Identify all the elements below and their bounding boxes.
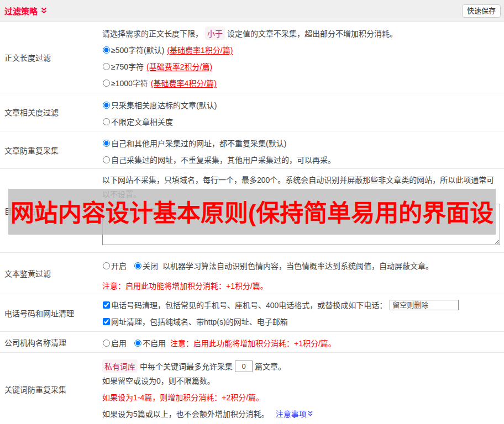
fee-note: (基础费率2积分/篇) xyxy=(146,61,212,72)
row-label-target-site: 目标网站过滤 xyxy=(0,169,102,252)
row-dedup-collect: 文章防重复采集 自己和其他用户采集过的网址，都不重复采集(默认) 自己采集过的网… xyxy=(0,131,504,169)
keyword-note-five: 如果设为5篇或以上，也不会额外增加积分消耗。 xyxy=(102,408,269,419)
radio-company-off-input[interactable] xyxy=(134,340,141,347)
checkbox-label: 电话号码清理，包括常见的手机号、座机号、400电话格式，或替换成如下电话： xyxy=(111,299,387,310)
radio-length-1000-input[interactable] xyxy=(103,80,110,87)
checkbox-phone-cleanup-input[interactable] xyxy=(103,301,110,309)
row-keyword-dedup: 关键词防重复采集 私有词库 中每个关键词最多允许采集 篇文章。 如果留空或设为0… xyxy=(0,353,504,424)
row-body-length-filter: 正文长度过滤 请选择需求的正文长度下限， 小于 设定值的文章不采集，超出部分不增… xyxy=(0,22,504,93)
blocked-domains-textarea[interactable] xyxy=(102,204,500,245)
porn-cost-note: 注意：启用此功能将增加积分消耗：+1积分/篇。 xyxy=(102,280,268,291)
radio-length-750[interactable]: ≥750字符 xyxy=(102,61,144,72)
checkbox-label: 网址清理，包括纯域名、带http(s)的网址、电子邮箱 xyxy=(111,316,288,327)
radio-label: ≥1000字符 xyxy=(111,77,148,88)
radio-company-on-input[interactable] xyxy=(103,340,110,347)
double-chevron-down-icon xyxy=(307,410,313,417)
radio-relevance-strict[interactable]: 只采集相关度达标的文章(默认) xyxy=(102,99,217,110)
notice-link[interactable]: 注意事项 xyxy=(276,408,313,419)
checkbox-url-cleanup-input[interactable] xyxy=(103,318,110,325)
keyword-limit-text: 中每个关键词最多允许采集 xyxy=(140,361,233,372)
keyword-limit-input[interactable] xyxy=(235,361,253,372)
radio-dedup-self-only[interactable]: 自己采集过的网址，不重复采集，其他用户采集过的，可以再采。 xyxy=(102,154,335,165)
radio-relevance-any[interactable]: 不限定文章相关度 xyxy=(102,116,173,127)
row-relevance-filter: 文章相关度过滤 只采集相关度达标的文章(默认) 不限定文章相关度 xyxy=(0,93,504,131)
description-text: 设定值的文章不采集，超出部分不增加积分消耗。 xyxy=(227,28,397,39)
radio-label: 开启 xyxy=(111,260,127,271)
private-lexicon-badge: 私有词库 xyxy=(102,359,138,373)
row-porn-filter: 文本鉴黄过滤 开启 关闭 以机器学习算法自动识别色情内容，当色情概率达到系统阈值… xyxy=(0,253,504,294)
notice-link-label: 注意事项 xyxy=(276,408,307,419)
radio-label: 只采集相关度达标的文章(默认) xyxy=(111,99,217,110)
radio-label: 关闭 xyxy=(143,260,158,271)
radio-porn-on[interactable]: 开启 xyxy=(102,260,127,271)
radio-porn-off[interactable]: 关闭 xyxy=(134,260,158,271)
keyword-limit-unit: 篇文章。 xyxy=(255,361,286,372)
company-cost-note: 注意：启用此功能将增加积分消耗：+1积分/篇。 xyxy=(170,337,336,348)
fee-note: (基础费率4积分/篇) xyxy=(151,77,217,88)
row-label-dedup: 文章防重复采集 xyxy=(0,131,102,168)
row-label-company: 公司机构名称清理 xyxy=(0,332,102,352)
keyword-note-cost: 如果设为1-4篇，则增加积分消耗：+2积分/篇。 xyxy=(102,391,264,402)
row-label-phone-url: 电话号码和网址清理 xyxy=(0,294,102,331)
page-title: 过滤策略 xyxy=(4,5,38,17)
radio-label: 自己采集过的网址，不重复采集，其他用户采集过的，可以再采。 xyxy=(111,154,335,165)
radio-length-500[interactable]: ≥500字符(默认) xyxy=(102,44,164,55)
double-chevron-down-icon[interactable] xyxy=(40,7,48,14)
less-than-badge: 小于 xyxy=(205,26,225,40)
quick-save-button[interactable]: 快速保存 xyxy=(462,4,501,18)
topbar: 过滤策略 快速保存 xyxy=(0,0,504,22)
radio-label: ≥500字符(默认) xyxy=(111,44,164,55)
checkbox-phone-cleanup[interactable]: 电话号码清理，包括常见的手机号、座机号、400电话格式，或替换成如下电话： xyxy=(102,299,387,310)
radio-length-1000[interactable]: ≥1000字符 xyxy=(102,77,148,88)
radio-porn-on-input[interactable] xyxy=(103,262,110,269)
keyword-note-zero: 如果留空或设为0，则不限篇数。 xyxy=(102,375,215,386)
replacement-phone-input[interactable] xyxy=(390,300,459,310)
radio-label: 自己和其他用户采集过的网址，都不重复采集(默认) xyxy=(111,137,286,149)
radio-porn-off-input[interactable] xyxy=(134,262,141,269)
radio-label: 不限定文章相关度 xyxy=(111,116,173,127)
radio-dedup-all-users-input[interactable] xyxy=(103,140,110,147)
radio-company-on[interactable]: 启用 xyxy=(102,337,127,348)
row-label-keyword: 关键词防重复采集 xyxy=(0,353,102,424)
radio-dedup-all-users[interactable]: 自己和其他用户采集过的网址，都不重复采集(默认) xyxy=(102,137,286,149)
target-site-description: 以下网站不采集，只填域名，每行一个，最多200个。系统会自动识别并屏蔽那些非文章… xyxy=(102,169,500,202)
radio-label: 不启用 xyxy=(143,337,166,348)
radio-company-off[interactable]: 不启用 xyxy=(134,337,166,348)
radio-dedup-self-only-input[interactable] xyxy=(103,156,110,163)
row-label-relevance: 文章相关度过滤 xyxy=(0,93,102,131)
porn-description: 以机器学习算法自动识别色情内容，当色情概率达到系统阈值，自动屏蔽文章。 xyxy=(162,260,433,271)
row-phone-url-cleanup: 电话号码和网址清理 电话号码清理，包括常见的手机号、座机号、400电话格式，或替… xyxy=(0,294,504,332)
row-label-porn: 文本鉴黄过滤 xyxy=(0,253,102,294)
radio-relevance-strict-input[interactable] xyxy=(103,102,110,109)
body-length-description: 请选择需求的正文长度下限， 小于 设定值的文章不采集，超出部分不增加积分消耗。 xyxy=(102,25,500,41)
radio-relevance-any-input[interactable] xyxy=(103,118,110,125)
row-target-site-filter: 目标网站过滤 以下网站不采集，只填域名，每行一个，最多200个。系统会自动识别并… xyxy=(0,169,504,253)
radio-length-750-input[interactable] xyxy=(103,63,110,70)
checkbox-url-cleanup[interactable]: 网址清理，包括纯域名、带http(s)的网址、电子邮箱 xyxy=(102,316,288,327)
description-text: 请选择需求的正文长度下限， xyxy=(102,28,203,39)
fee-note: (基础费率1积分/篇) xyxy=(167,44,233,55)
radio-length-500-input[interactable] xyxy=(103,46,110,54)
row-company-name-cleanup: 公司机构名称清理 启用 不启用 注意：启用此功能将增加积分消耗：+1积分/篇。 xyxy=(0,332,504,353)
radio-label: 启用 xyxy=(111,337,127,348)
radio-label: ≥750字符 xyxy=(111,61,144,72)
row-label-body-length: 正文长度过滤 xyxy=(0,22,102,93)
